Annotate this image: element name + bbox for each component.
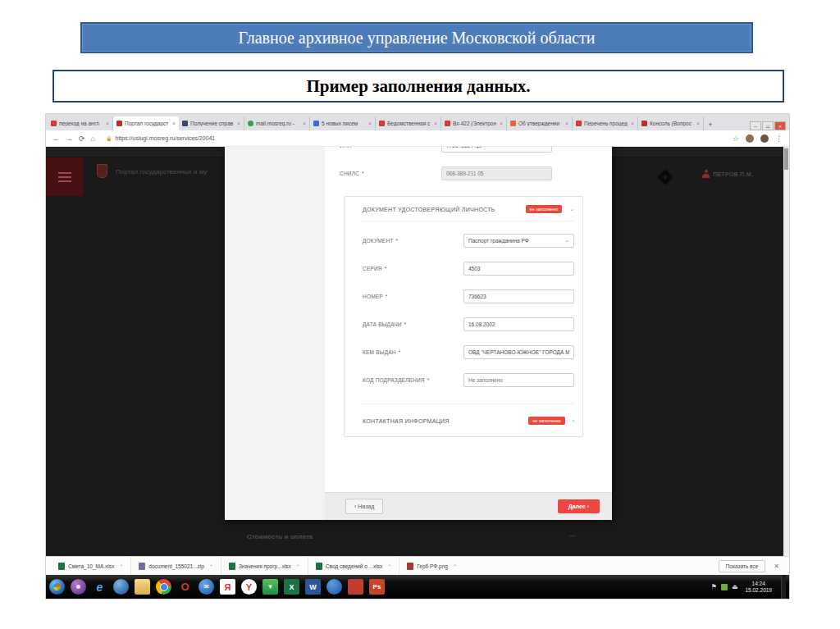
zip-file-icon bbox=[139, 563, 145, 570]
slide-subtitle: Пример заполнения данных. bbox=[306, 76, 530, 97]
inn-input[interactable] bbox=[441, 147, 552, 153]
tab-close-icon[interactable]: × bbox=[696, 121, 700, 126]
browser-menu-icon[interactable]: ⋮ bbox=[775, 134, 783, 143]
tab-label: Портал государст bbox=[125, 121, 171, 126]
portal-title: Портал государственных и му bbox=[116, 168, 207, 175]
page-scrollbar[interactable] bbox=[783, 147, 789, 556]
new-tab-button[interactable]: + bbox=[704, 118, 717, 130]
tab-poluchenie[interactable]: Получение справ × bbox=[179, 116, 244, 130]
yandex-icon[interactable]: Я bbox=[220, 579, 235, 595]
bookmark-star-icon[interactable]: ☆ bbox=[733, 134, 739, 143]
media-app-icon[interactable] bbox=[71, 579, 86, 595]
tab-mail[interactable]: mail.mosreg.ru - × bbox=[244, 116, 310, 130]
user-chip[interactable]: ПЕТРОВ П.М. bbox=[702, 170, 753, 179]
chevron-up-icon[interactable]: ⌃ bbox=[387, 563, 391, 569]
tab-close-icon[interactable]: × bbox=[172, 121, 176, 126]
number-label: НОМЕР bbox=[363, 294, 383, 299]
photoshop-icon[interactable]: Ps bbox=[369, 579, 385, 595]
issue-date-input[interactable] bbox=[463, 317, 574, 331]
tab-close-icon[interactable]: × bbox=[106, 121, 109, 126]
tab-close-icon[interactable]: × bbox=[368, 121, 372, 126]
download-item[interactable]: Смета_10_МА.xlsx ⌃ bbox=[51, 557, 131, 575]
downloader-app-icon[interactable]: ▼ bbox=[262, 579, 278, 595]
tab-close-icon[interactable]: × bbox=[303, 121, 306, 126]
tab-close-icon[interactable]: × bbox=[500, 121, 503, 126]
word-icon[interactable]: W bbox=[305, 579, 321, 595]
globe-app-icon[interactable] bbox=[113, 579, 129, 595]
home-icon[interactable]: ⌂ bbox=[91, 134, 95, 143]
mail-client-icon[interactable]: ✉ bbox=[199, 579, 214, 595]
chevron-right-icon[interactable]: › bbox=[573, 418, 574, 424]
collapse-dash-icon[interactable]: — bbox=[569, 531, 576, 539]
issued-by-input[interactable] bbox=[463, 345, 574, 359]
scrollbar-thumb[interactable] bbox=[784, 148, 788, 170]
chrome-icon[interactable] bbox=[156, 579, 171, 595]
tab-close-icon[interactable]: × bbox=[237, 121, 240, 126]
browser-toolbar: ← → ⟳ ⌂ 🔒 https://uslugi.mosreg.ru/servi… bbox=[46, 130, 789, 147]
minimize-button[interactable]: — bbox=[750, 121, 761, 130]
close-window-button[interactable]: ✕ bbox=[774, 121, 786, 130]
tray-status-icon[interactable] bbox=[721, 584, 728, 590]
collapsed-section[interactable]: Стоимость и оплата bbox=[247, 533, 575, 540]
tab-konsol[interactable]: Консоль (Вопрос × bbox=[638, 116, 704, 130]
safely-remove-icon[interactable]: ⏏ bbox=[732, 583, 738, 590]
yandex-browser-icon[interactable]: Y bbox=[241, 579, 257, 595]
tab-perechen[interactable]: Перечень процед × bbox=[573, 116, 638, 130]
excel-icon[interactable]: X bbox=[284, 579, 299, 595]
opera-icon[interactable]: O bbox=[177, 579, 193, 595]
form-area: ИНН * СНИЛС * bbox=[325, 147, 612, 492]
snils-input bbox=[441, 166, 552, 180]
close-downloads-icon[interactable]: ✕ bbox=[774, 563, 779, 570]
division-code-input[interactable] bbox=[463, 373, 574, 387]
tab-portal-active[interactable]: Портал государст × bbox=[113, 116, 179, 130]
download-item[interactable]: document_155021...zip ⌃ bbox=[131, 557, 221, 575]
action-center-flag-icon[interactable]: ⚑ bbox=[711, 583, 717, 590]
download-item[interactable]: Значения прогр...xlsx ⌃ bbox=[221, 557, 308, 575]
red-app-icon[interactable] bbox=[348, 579, 363, 595]
reload-icon[interactable]: ⟳ bbox=[79, 134, 85, 143]
download-item[interactable]: Свод сведений о ...xlsx ⌃ bbox=[308, 557, 399, 575]
field-row-issued-by: КЕМ ВЫДАН * bbox=[363, 343, 574, 361]
identity-card-header[interactable]: ДОКУМЕНТ УДОСТОВЕРЯЮЩИЙ ЛИЧНОСТЬ не запо… bbox=[363, 205, 574, 221]
tab-close-icon[interactable]: × bbox=[434, 121, 437, 126]
internet-explorer-icon[interactable]: e bbox=[92, 579, 107, 595]
extension-avatar-icon[interactable] bbox=[746, 134, 754, 143]
forward-icon[interactable]: → bbox=[66, 134, 73, 143]
user-icon bbox=[702, 170, 710, 179]
back-icon[interactable]: ← bbox=[52, 134, 60, 143]
chevron-up-icon[interactable]: ⌃ bbox=[453, 563, 457, 569]
maximize-button[interactable]: ▭ bbox=[762, 121, 774, 130]
series-input[interactable] bbox=[463, 262, 574, 276]
tab-pisma[interactable]: 5 новых писем × bbox=[310, 116, 376, 130]
chevron-down-icon[interactable]: ⌄ bbox=[569, 206, 574, 212]
clock-date: 15.02.2019 bbox=[745, 587, 772, 594]
document-select-value: Паспорт гражданина РФ bbox=[468, 238, 562, 244]
number-input[interactable] bbox=[463, 289, 574, 303]
accessibility-eye-icon[interactable] bbox=[657, 169, 673, 185]
tab-favicon-icon bbox=[445, 121, 450, 126]
chevron-up-icon[interactable]: ⌃ bbox=[119, 563, 123, 569]
document-select[interactable]: Паспорт гражданина РФ ⌄ bbox=[463, 234, 574, 248]
tab-perehod[interactable]: переход на англ × bbox=[48, 116, 113, 130]
contact-info-header[interactable]: КОНТАКТНАЯ ИНФОРМАЦИЯ не заполнено › bbox=[363, 403, 574, 426]
tab-close-icon[interactable]: × bbox=[565, 121, 568, 126]
back-button[interactable]: ‹ Назад bbox=[345, 499, 383, 514]
tab-vedomstv[interactable]: Ведомственная с × bbox=[376, 116, 441, 130]
start-button-icon[interactable] bbox=[49, 579, 65, 595]
network-app-icon[interactable] bbox=[326, 579, 342, 595]
field-row-inn: ИНН * bbox=[340, 147, 612, 155]
tab-close-icon[interactable]: × bbox=[631, 121, 634, 126]
show-desktop-button[interactable] bbox=[781, 575, 786, 599]
download-item[interactable]: Герб РФ.png ⌃ bbox=[399, 557, 464, 575]
file-explorer-icon[interactable] bbox=[135, 579, 150, 595]
chevron-up-icon[interactable]: ⌃ bbox=[296, 563, 300, 569]
address-bar[interactable]: 🔒 https://uslugi.mosreg.ru/services/2004… bbox=[101, 133, 726, 144]
tab-utverzhdenii[interactable]: Об утверждении × bbox=[507, 116, 573, 130]
tab-vh422[interactable]: Вх-422 (Электрон × bbox=[441, 116, 507, 130]
next-button[interactable]: Далее › bbox=[558, 499, 600, 513]
hamburger-menu-icon[interactable] bbox=[46, 157, 83, 196]
clock[interactable]: 14:24 15.02.2019 bbox=[745, 581, 772, 594]
show-all-downloads-button[interactable]: Показать все bbox=[719, 560, 766, 572]
profile-avatar-icon[interactable] bbox=[760, 134, 769, 143]
chevron-up-icon[interactable]: ⌃ bbox=[209, 563, 213, 569]
